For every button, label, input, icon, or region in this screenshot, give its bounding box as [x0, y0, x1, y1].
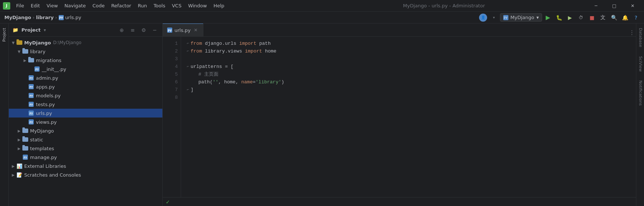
breadcrumb-project[interactable]: MyDjango [4, 15, 31, 20]
tree-item-mydjango-sub[interactable]: ▶ MyDjango [9, 126, 162, 135]
sidebar-database-tab[interactable]: Database [636, 24, 644, 52]
menu-help[interactable]: Help [210, 1, 227, 10]
menu-file[interactable]: File [13, 1, 27, 10]
mydjango-sub-label: MyDjango [30, 128, 54, 134]
panel-minimize-button[interactable]: ─ [151, 26, 159, 34]
external-libs-arrow: ▶ [10, 164, 16, 168]
coverage-button[interactable]: ▶ [565, 12, 575, 23]
notifications-button[interactable]: 🔔 [620, 12, 630, 23]
manage-file-icon: py [22, 154, 29, 160]
breadcrumb: MyDjango › library › py urls.py [0, 15, 475, 20]
menu-tools[interactable]: Tools [151, 1, 168, 10]
tab-options-button[interactable]: ⋮ [628, 28, 636, 36]
tree-item-library[interactable]: ▼ library [9, 47, 162, 56]
migrations-label: migrations [36, 58, 62, 63]
tab-urls-py[interactable]: py urls.py ✕ [163, 24, 203, 36]
fold-1[interactable]: ⌐ [187, 40, 189, 47]
root-label: MyDjango [24, 40, 51, 46]
debug-button[interactable]: 🐛 [554, 12, 564, 23]
tab-close-button[interactable]: ✕ [193, 27, 199, 33]
menu-navigate[interactable]: Navigate [62, 1, 89, 10]
tree-item-views[interactable]: py views.py [9, 118, 162, 126]
panel-settings-button[interactable]: ⚙ [140, 26, 148, 34]
tree-item-root[interactable]: ▼ MyDjango D:\MyDjango [9, 38, 162, 47]
panel-add-button[interactable]: ⊕ [118, 26, 126, 34]
breadcrumb-folder[interactable]: library [36, 15, 54, 20]
stop-button[interactable]: ■ [587, 12, 597, 23]
panel-collapse-button[interactable]: ≡ [129, 26, 137, 34]
sidebar-sciview-tab[interactable]: SciView [636, 52, 644, 76]
scratches-icon: 📝 [16, 172, 23, 178]
tree-item-apps[interactable]: py apps.py [9, 82, 162, 91]
models-file-icon: py [28, 93, 34, 98]
translate-button[interactable]: 文 [598, 12, 608, 23]
sidebar-notifications-tab[interactable]: Notifications [636, 76, 644, 110]
menu-edit[interactable]: Edit [28, 1, 43, 10]
tree-item-static[interactable]: ▶ static [9, 135, 162, 144]
code-content[interactable]: ⌐from django.urls import path ⌐from libr… [181, 37, 636, 197]
tree-item-init[interactable]: py __init__.py [9, 65, 162, 73]
close-button[interactable]: ✕ [624, 0, 641, 12]
sidebar-project-tab[interactable]: Project [1, 25, 7, 45]
project-title-icon: 📁 [12, 27, 18, 33]
menu-run[interactable]: Run [135, 1, 150, 10]
profile-button[interactable]: ⏱ [576, 12, 586, 23]
manage-label: manage.py [30, 155, 57, 160]
tree-item-scratches[interactable]: ▶ 📝 Scratches and Consoles [9, 170, 162, 179]
code-line-6: path('', home, name='library') [187, 78, 636, 86]
fold-4[interactable]: ⌐ [187, 63, 189, 71]
project-selector[interactable]: py MyDjango ▾ [500, 13, 542, 22]
minimize-button[interactable]: ─ [588, 0, 604, 12]
apps-label: apps.py [36, 84, 55, 90]
user-icon: 👤 [479, 14, 487, 22]
tree-item-migrations[interactable]: ▶ migrations [9, 56, 162, 65]
migrations-arrow: ▶ [22, 58, 28, 62]
tree-item-urls[interactable]: py urls.py [9, 109, 162, 118]
code-editor: 1 2 3 4 5 6 7 8 ⌐from django.urls import… [163, 37, 636, 197]
tree-item-templates[interactable]: ▶ templates [9, 144, 162, 153]
tree-item-models[interactable]: py models.py [9, 91, 162, 100]
tree-item-tests[interactable]: py tests.py [9, 100, 162, 109]
fold-2[interactable]: ⌐ [187, 47, 189, 55]
user-avatar[interactable]: 👤 [478, 12, 488, 23]
search-everywhere-button[interactable]: 🔍 [609, 12, 619, 23]
tree-item-admin[interactable]: py admin.py [9, 73, 162, 82]
library-arrow: ▼ [16, 50, 22, 54]
library-label: library [30, 49, 45, 54]
code-line-3 [187, 55, 636, 63]
fold-7[interactable]: ⌐ [187, 86, 189, 94]
views-label: views.py [36, 119, 57, 125]
line-num-2: 2 [163, 47, 178, 55]
line-num-1: 1 [163, 40, 178, 47]
menu-code[interactable]: Code [89, 1, 107, 10]
menu-refactor[interactable]: Refactor [108, 1, 134, 10]
toolbar-dropdown[interactable]: ▾ [489, 12, 499, 23]
menu-window[interactable]: Window [185, 1, 210, 10]
run-button[interactable]: ▶ [543, 12, 553, 23]
tree-item-external-libs[interactable]: ▶ 📊 External Libraries [9, 162, 162, 170]
menu-view[interactable]: View [44, 1, 61, 10]
breadcrumb-file[interactable]: py urls.py [59, 15, 81, 20]
root-path: D:\MyDjango [53, 40, 81, 45]
project-panel-header: 📁 Project ▾ ⊕ ≡ ⚙ ─ [9, 24, 162, 37]
breadcrumb-sep2: › [55, 15, 57, 20]
maximize-button[interactable]: □ [606, 0, 623, 12]
apps-file-icon: py [28, 84, 34, 90]
line-num-8: 8 [163, 94, 178, 101]
project-selector-label: MyDjango [511, 15, 534, 20]
code-line-8 [187, 94, 636, 101]
file-tree: ▼ MyDjango D:\MyDjango ▼ library ▶ [9, 37, 162, 206]
code-line-2: ⌐from library.views import home [187, 47, 636, 55]
project-selector-arrow: ▾ [536, 15, 539, 20]
help-button[interactable]: ? [631, 12, 641, 23]
menu-bar: File Edit View Navigate Code Refactor Ru… [13, 1, 301, 10]
panel-dropdown-arrow[interactable]: ▾ [44, 28, 46, 33]
app-icon: J [3, 2, 10, 10]
static-folder-icon [22, 137, 29, 142]
menu-vcs[interactable]: VCS [169, 1, 184, 10]
window-title: MyDjango - urls.py - Administrator [301, 3, 588, 8]
editor-area: py urls.py ✕ ⋮ 1 2 3 4 5 6 7 8 ⌐fro [163, 24, 636, 206]
tab-label: urls.py [174, 28, 191, 33]
tree-item-manage[interactable]: py manage.py [9, 153, 162, 162]
breadcrumb-sep1: › [33, 15, 34, 20]
